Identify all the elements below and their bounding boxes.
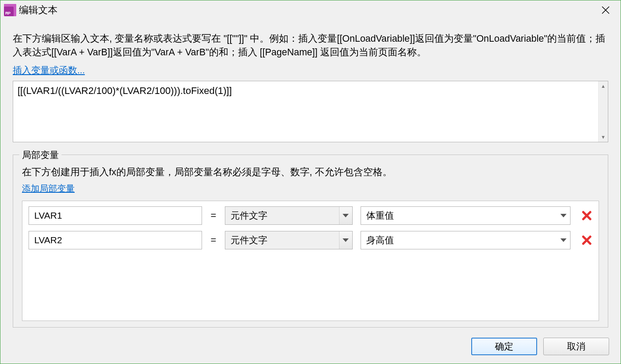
close-icon [601, 6, 610, 14]
close-button[interactable] [597, 1, 614, 19]
delete-variable-button[interactable] [581, 210, 592, 221]
local-variables-legend: 局部变量 [19, 149, 61, 161]
variable-row: = 元件文字 身高值 [29, 231, 592, 249]
scroll-down-icon[interactable]: ▼ [599, 132, 608, 142]
help-text: 在下方编辑区输入文本, 变量名称或表达式要写在 "[[""]]" 中。例如：插入… [13, 32, 608, 59]
expression-area: ▲ ▼ [13, 81, 608, 142]
chevron-down-icon [557, 207, 570, 224]
variable-target-select[interactable]: 身高值 [361, 231, 571, 249]
app-icon: RP [4, 4, 16, 16]
equals-label: = [210, 234, 217, 246]
insert-variable-link[interactable]: 插入变量或函数... [13, 64, 608, 76]
variable-name-input[interactable] [29, 231, 202, 249]
ok-button[interactable]: 确定 [471, 338, 537, 355]
svg-marker-6 [343, 238, 349, 242]
variable-target-select[interactable]: 体重值 [361, 206, 571, 225]
chevron-down-icon [557, 231, 570, 249]
scrollbar[interactable]: ▲ ▼ [598, 81, 608, 142]
delete-icon [582, 235, 592, 245]
scroll-up-icon[interactable]: ▲ [599, 81, 608, 91]
chevron-down-icon [339, 231, 352, 249]
svg-marker-2 [343, 214, 349, 217]
delete-icon [582, 211, 592, 220]
dialog-title: 编辑文本 [19, 4, 58, 17]
cancel-button[interactable]: 取消 [543, 338, 609, 355]
variable-target-value: 体重值 [361, 209, 557, 222]
local-variables-group: 局部变量 在下方创建用于插入fx的局部变量，局部变量名称必须是字母、数字, 不允… [13, 155, 608, 328]
variable-type-select[interactable]: 元件文字 [225, 231, 353, 249]
expression-input[interactable] [13, 81, 598, 142]
variable-type-value: 元件文字 [225, 234, 339, 246]
variable-target-value: 身高值 [361, 234, 557, 246]
local-variables-panel: = 元件文字 体重值 [22, 201, 599, 321]
titlebar: RP 编辑文本 [0, 0, 621, 20]
chevron-down-icon [339, 207, 352, 224]
dialog-content: 在下方编辑区输入文本, 变量名称或表达式要写在 "[[""]]" 中。例如：插入… [0, 20, 621, 336]
add-local-variable-link[interactable]: 添加局部变量 [22, 183, 599, 195]
dialog-edit-text: RP 编辑文本 在下方编辑区输入文本, 变量名称或表达式要写在 "[[""]]"… [0, 0, 621, 364]
local-variables-help: 在下方创建用于插入fx的局部变量，局部变量名称必须是字母、数字, 不允许包含空格… [22, 166, 599, 178]
app-icon-label: RP [5, 11, 11, 15]
variable-type-value: 元件文字 [225, 209, 339, 222]
variable-row: = 元件文字 体重值 [29, 206, 592, 225]
equals-label: = [210, 210, 217, 221]
svg-marker-3 [560, 214, 567, 217]
variable-type-select[interactable]: 元件文字 [225, 206, 353, 225]
variable-name-input[interactable] [29, 206, 202, 225]
delete-variable-button[interactable] [581, 234, 592, 246]
svg-marker-7 [560, 238, 567, 242]
dialog-footer: 确定 取消 [0, 336, 621, 364]
